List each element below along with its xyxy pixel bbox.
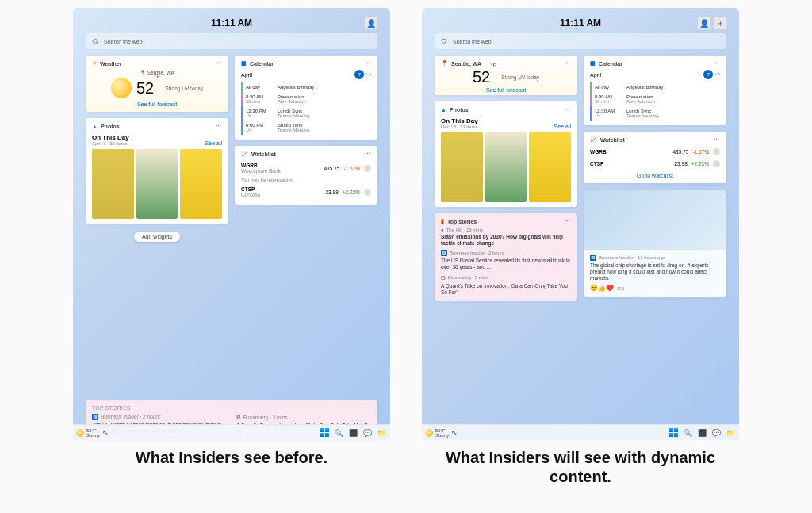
avatar[interactable]: 👤 xyxy=(365,17,377,29)
search-icon[interactable]: 🔍 xyxy=(333,427,344,438)
search-placeholder: Search the web xyxy=(453,39,492,44)
featured-story-card[interactable]: BIBusiness Insider · 11 hours ago The gl… xyxy=(584,190,726,297)
forecast-link[interactable]: See full forecast xyxy=(92,101,222,107)
avatar[interactable]: 👤 xyxy=(698,17,710,29)
chat-icon[interactable]: 💬 xyxy=(710,427,722,438)
weather-city: Seattle, WA xyxy=(451,61,481,67)
calendar-month: April xyxy=(590,72,601,78)
calendar-card[interactable]: ▦Calendar⋯ April7 ‹ › All dayAngela's Bi… xyxy=(584,56,726,125)
photos-card[interactable]: ▲Photos⋯ On This Day Dec 18 · 33 items S… xyxy=(435,101,577,207)
weather-desc: Strong UV today xyxy=(165,86,203,91)
chart-icon xyxy=(364,189,371,196)
watchlist-link[interactable]: Go to watchlist xyxy=(590,173,720,178)
explorer-icon[interactable]: 📁 xyxy=(725,427,736,438)
watchlist-title: Watchlist xyxy=(600,137,625,143)
photo-thumb[interactable] xyxy=(92,149,134,219)
more-icon[interactable]: ⋯ xyxy=(216,123,222,129)
prev-icon[interactable]: ‹ xyxy=(714,71,716,77)
more-icon[interactable]: ⋯ xyxy=(365,60,371,67)
next-icon[interactable]: › xyxy=(370,71,371,77)
photo-thumb[interactable] xyxy=(441,132,483,202)
calendar-day[interactable]: 7 xyxy=(354,70,364,79)
search-input[interactable]: Search the web xyxy=(86,33,377,49)
chart-icon xyxy=(364,165,371,172)
calendar-event[interactable]: All dayAngela's Birthday xyxy=(241,82,371,92)
story-image xyxy=(584,190,726,250)
calendar-event[interactable]: All dayAngela's Birthday xyxy=(590,82,720,92)
watchlist-note: You may be interested in xyxy=(241,178,371,182)
start-icon[interactable] xyxy=(319,427,330,438)
time: 11:11 AM xyxy=(560,17,601,29)
start-icon[interactable] xyxy=(668,427,679,438)
forecast-link[interactable]: See full forecast xyxy=(441,87,571,93)
photo-thumb[interactable] xyxy=(180,149,222,219)
widgets-panel-before: 11:11 AM 👤 Search the web ☀Weather⋯ 📍 Se… xyxy=(73,8,390,440)
add-widgets-button[interactable]: Add widgets xyxy=(134,232,180,242)
calendar-event[interactable]: 12:30 PM1hLunch SyncTeams Meeting xyxy=(241,106,371,121)
more-icon[interactable]: ⋯ xyxy=(565,60,571,67)
calendar-month: April xyxy=(241,72,252,78)
news-item[interactable]: BBloomberg · 3 minsA Quant's Take on Inn… xyxy=(441,274,571,296)
watchlist-row[interactable]: WGRB435.75-1.67% xyxy=(590,146,720,158)
photo-thumb[interactable] xyxy=(529,132,571,202)
weather-temp: 52 xyxy=(136,79,154,97)
watchlist-title: Watchlist xyxy=(251,151,276,157)
next-icon[interactable]: › xyxy=(718,71,720,77)
calendar-day[interactable]: 7 xyxy=(703,70,713,79)
photos-meta: Dec 18 · 33 items xyxy=(441,124,478,129)
top-stories-header: TOP STORIES xyxy=(92,405,371,411)
reactions[interactable]: 😊👍❤️496 xyxy=(590,285,720,292)
photo-thumb[interactable] xyxy=(136,149,178,219)
calendar-event[interactable]: 6:00 PM1hStudio TimeTeams Meeting xyxy=(241,121,371,135)
more-icon[interactable]: ⋯ xyxy=(565,218,571,224)
more-icon[interactable]: ⋯ xyxy=(714,60,720,67)
photos-heading: On This Day xyxy=(441,117,478,124)
photos-meta: April 7 · 33 items xyxy=(92,141,129,146)
watchlist-row[interactable]: CTSPContoso23.98+2.23% xyxy=(241,184,371,200)
search-icon[interactable]: 🔍 xyxy=(682,427,693,438)
more-icon[interactable]: ⋯ xyxy=(565,106,571,113)
task-view-icon[interactable]: ⬛ xyxy=(347,427,358,438)
calendar-event[interactable]: 8:30 AM30 minPresentationAlex Johnson xyxy=(241,92,371,106)
chart-icon xyxy=(713,148,720,155)
watchlist-card[interactable]: 📈Watchlist⋯ WGRB435.75-1.67% CTSP23.98+2… xyxy=(584,132,726,183)
calendar-title: Calendar xyxy=(599,61,622,67)
watchlist-row[interactable]: CTSP23.98+2.23% xyxy=(590,158,720,170)
watchlist-row[interactable]: WGRBWoodgrove Bank435.75-1.67% xyxy=(241,160,371,176)
cursor-icon: ↖ xyxy=(451,428,458,437)
weather-icon xyxy=(425,429,433,437)
photos-card[interactable]: ▲Photos⋯ On This Day April 7 · 33 items … xyxy=(86,118,228,224)
svg-line-3 xyxy=(446,42,447,44)
more-icon[interactable]: ⋯ xyxy=(365,151,371,157)
see-all-link[interactable]: See all xyxy=(205,140,222,146)
weather-temp: 52 xyxy=(473,68,490,86)
task-view-icon[interactable]: ⬛ xyxy=(696,427,707,438)
photos-title: Photos xyxy=(101,124,120,129)
calendar-event[interactable]: 8:30 AM30 minPresentationAlex Johnson xyxy=(590,92,720,106)
news-item[interactable]: BIBusiness Insider · 2 hoursThe US Posta… xyxy=(441,250,571,270)
more-icon[interactable]: ⋯ xyxy=(216,60,222,67)
weather-city: Seattle, WA xyxy=(147,70,174,75)
more-icon[interactable]: ⋯ xyxy=(714,136,720,143)
photos-heading: On This Day xyxy=(92,134,129,141)
watchlist-card[interactable]: 📈Watchlist⋯ WGRBWoodgrove Bank435.75-1.6… xyxy=(235,146,377,205)
top-stories-card[interactable]: ▮Top stories⋯ ●The Hill · 18 minsSlash e… xyxy=(435,213,577,301)
taskbar: 52°FSunny↖ 🔍 ⬛ 💬 📁 xyxy=(422,424,739,440)
news-item[interactable]: ●The Hill · 18 minsSlash emissions by 20… xyxy=(441,228,571,247)
search-input[interactable]: Search the web xyxy=(435,33,726,49)
cursor-icon: ↖ xyxy=(102,428,109,437)
weather-card[interactable]: ☀Weather⋯ 📍 Seattle, WA 52°F Strong UV t… xyxy=(86,56,228,112)
calendar-event[interactable]: 12:30 AM1hLunch SyncTeams Meeting xyxy=(590,106,720,121)
add-button[interactable]: ＋ xyxy=(714,17,726,29)
calendar-card[interactable]: ▦Calendar⋯ April7 ‹ › All dayAngela's Bi… xyxy=(235,56,377,140)
photo-thumb[interactable] xyxy=(485,132,527,202)
top-stories-title: Top stories xyxy=(447,219,477,224)
see-all-link[interactable]: See all xyxy=(554,124,571,129)
weather-title: Weather xyxy=(100,61,122,67)
photos-title: Photos xyxy=(450,107,469,113)
weather-card[interactable]: 📍 Seattle, WA⋯ 52°F Strong UV today See … xyxy=(435,56,577,95)
chat-icon[interactable]: 💬 xyxy=(362,427,373,438)
caption-left: What Insiders see before. xyxy=(136,448,327,467)
prev-icon[interactable]: ‹ xyxy=(366,71,367,77)
explorer-icon[interactable]: 📁 xyxy=(376,427,387,438)
